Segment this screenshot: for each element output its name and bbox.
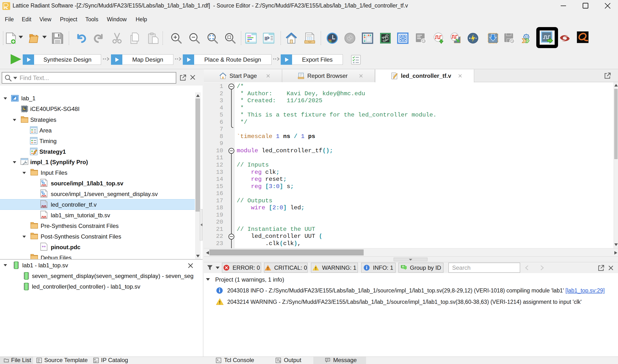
svg-text:IP: IP [264,36,270,41]
svg-text:IP: IP [94,358,96,361]
